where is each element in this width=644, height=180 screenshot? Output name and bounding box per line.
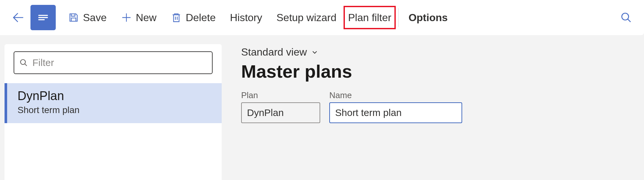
filter-input[interactable] [14, 51, 213, 74]
search-icon [620, 12, 632, 23]
new-label: New [136, 12, 157, 24]
filter-search-icon [19, 58, 28, 68]
chevron-down-icon [311, 48, 319, 56]
page-title: Master plans [241, 61, 462, 82]
svg-point-0 [622, 13, 629, 20]
save-icon [68, 12, 79, 23]
svg-point-1 [20, 59, 25, 64]
plan-filter-button[interactable]: Plan filter [344, 6, 396, 29]
new-button[interactable]: New [114, 6, 164, 29]
trash-icon [171, 12, 182, 23]
arrow-left-icon [11, 11, 24, 24]
save-label: Save [83, 12, 107, 24]
search-button[interactable] [614, 5, 639, 30]
toolbar: Save New Delete History Setup wizard Pla… [0, 0, 644, 35]
filter-wrap [5, 51, 222, 83]
delete-label: Delete [186, 12, 216, 24]
list-panel: DynPlan Short term plan [5, 44, 222, 180]
options-label: Options [408, 12, 448, 24]
detail-panel: Standard view Master plans Plan Name [241, 44, 462, 180]
plan-input[interactable] [241, 102, 320, 123]
list-item-title: DynPlan [18, 89, 211, 103]
plan-field: Plan [241, 90, 320, 123]
view-label: Standard view [241, 46, 307, 58]
view-selector[interactable]: Standard view [241, 46, 319, 58]
history-button[interactable]: History [223, 6, 269, 29]
back-button[interactable] [5, 5, 30, 30]
name-field: Name [329, 90, 462, 123]
name-field-label: Name [329, 90, 462, 100]
setup-wizard-label: Setup wizard [276, 12, 336, 24]
setup-wizard-button[interactable]: Setup wizard [269, 6, 344, 29]
options-button[interactable]: Options [401, 6, 455, 29]
name-input[interactable] [329, 102, 462, 123]
toolbar-separator [398, 8, 399, 27]
plan-filter-label: Plan filter [348, 12, 391, 24]
list-item-subtitle: Short term plan [18, 105, 211, 115]
list-item[interactable]: DynPlan Short term plan [5, 83, 222, 123]
field-row: Plan Name [241, 90, 462, 123]
delete-button[interactable]: Delete [164, 6, 223, 29]
plus-icon [121, 12, 132, 23]
list-lines-icon [37, 11, 50, 24]
list-view-button[interactable] [30, 5, 56, 30]
main-area: DynPlan Short term plan Standard view Ma… [0, 44, 644, 180]
history-label: History [230, 12, 262, 24]
save-button[interactable]: Save [61, 6, 114, 29]
plan-field-label: Plan [241, 90, 320, 100]
